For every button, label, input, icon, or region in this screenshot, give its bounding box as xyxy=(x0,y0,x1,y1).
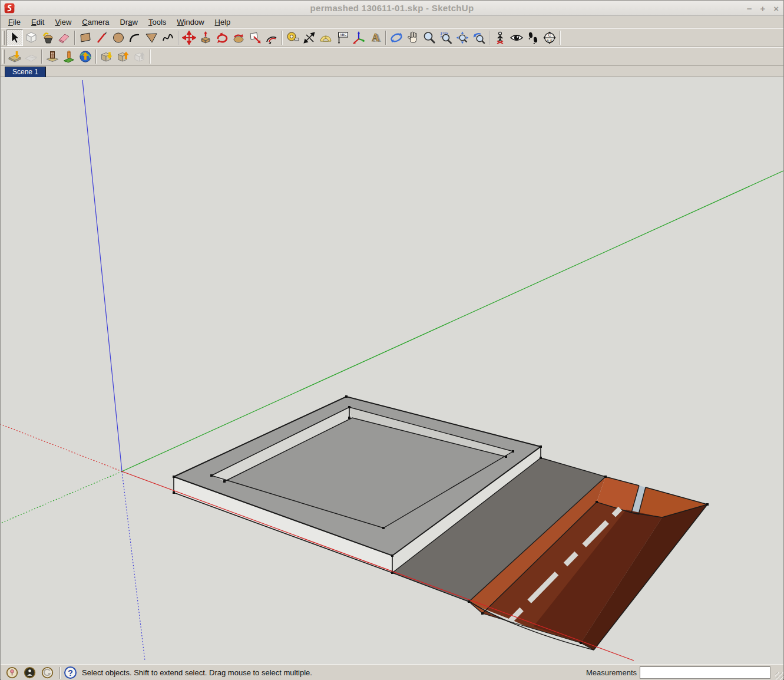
eraser-tool-button[interactable] xyxy=(56,29,72,46)
vertex-dot xyxy=(223,480,226,483)
resize-grip[interactable] xyxy=(775,672,783,680)
circle-tool-button[interactable] xyxy=(110,29,127,46)
text3d-tool-button[interactable]: AA xyxy=(367,29,383,46)
protractor-tool-button[interactable] xyxy=(317,29,334,46)
scene-tab[interactable]: Scene 1 xyxy=(5,67,46,77)
offset-tool-button[interactable] xyxy=(263,29,280,46)
rotate-tool-button[interactable] xyxy=(214,29,230,46)
gearth-tool-button[interactable] xyxy=(77,48,94,65)
select-tool-button[interactable] xyxy=(6,29,23,46)
offset-icon xyxy=(264,31,279,45)
arc-icon xyxy=(128,31,142,45)
polygon-tool-button[interactable] xyxy=(143,29,160,46)
freehand-tool-button[interactable] xyxy=(160,29,176,46)
menu-draw[interactable]: Draw xyxy=(115,16,143,28)
phototex-tool-button[interactable] xyxy=(44,48,61,65)
look-tool-button[interactable] xyxy=(508,29,525,46)
move-icon xyxy=(182,31,196,45)
svg-text:C: C xyxy=(548,33,551,37)
zoomprev-tool-button[interactable] xyxy=(471,29,487,46)
model-canvas[interactable] xyxy=(1,77,783,664)
status-icons xyxy=(1,666,54,679)
zoom-tool-button[interactable] xyxy=(421,29,438,46)
rotate-icon xyxy=(215,31,229,45)
vertex-dot xyxy=(391,572,393,574)
protractor-icon xyxy=(319,31,333,45)
addloc-icon xyxy=(8,49,22,64)
paint-tool-button[interactable] xyxy=(39,29,56,46)
vertex-dot xyxy=(391,554,393,557)
arc-tool-button[interactable] xyxy=(127,29,143,46)
toolbar-google xyxy=(1,47,783,66)
vertex-dot xyxy=(348,417,350,419)
blue-axis-solid xyxy=(82,80,122,471)
building-tool-button[interactable] xyxy=(61,48,77,65)
menu-tools[interactable]: Tools xyxy=(143,16,171,28)
sharemodel-tool-button[interactable] xyxy=(115,48,131,65)
component-icon xyxy=(24,31,38,45)
credit-status-icon[interactable] xyxy=(24,666,36,679)
vertex-dot xyxy=(348,406,350,408)
menu-file[interactable]: File xyxy=(3,16,26,28)
vertex-dot xyxy=(505,455,507,458)
signin-status-icon[interactable] xyxy=(41,666,54,679)
status-hint-text: Select objects. Shift to extend select. … xyxy=(82,668,312,677)
addloc-tool-button[interactable] xyxy=(6,48,23,65)
menu-camera[interactable]: Camera xyxy=(77,16,114,28)
rectangle-tool-button[interactable] xyxy=(77,29,94,46)
poscam-tool-button[interactable] xyxy=(492,29,508,46)
vertex-dot xyxy=(210,474,213,477)
component-tool-button[interactable] xyxy=(23,29,39,46)
toolbar-grip[interactable] xyxy=(2,49,5,64)
terrain-icon xyxy=(24,49,38,64)
credit-status-icon xyxy=(24,666,36,679)
freehand-icon xyxy=(161,31,175,45)
pan-tool-button[interactable] xyxy=(405,29,421,46)
statusbar-separator xyxy=(59,667,61,679)
getmodels-icon xyxy=(100,49,114,64)
measurements-input[interactable] xyxy=(640,666,770,679)
pan-icon xyxy=(406,31,420,45)
vertex-dot xyxy=(604,476,607,478)
dimension-tool-button[interactable] xyxy=(301,29,317,46)
zoomext-tool-button[interactable] xyxy=(454,29,471,46)
text-tool-button[interactable]: ABC xyxy=(334,29,350,46)
line-tool-button[interactable] xyxy=(94,29,110,46)
pushpull-tool-button[interactable] xyxy=(197,29,214,46)
look-icon xyxy=(510,31,524,45)
move-tool-button[interactable] xyxy=(181,29,197,46)
toolbar-grip[interactable] xyxy=(2,31,5,45)
statusbar: ? Select objects. Shift to extend select… xyxy=(1,664,783,680)
geolocation-status-icon[interactable] xyxy=(6,666,18,679)
zoomwin-tool-button[interactable] xyxy=(438,29,454,46)
red-axis-dotted xyxy=(1,424,122,471)
vertex-dot xyxy=(512,450,514,453)
minimize-button[interactable]: − xyxy=(747,4,752,13)
svg-text:ABC: ABC xyxy=(340,33,347,37)
menu-window[interactable]: Window xyxy=(171,16,209,28)
tape-tool-button[interactable] xyxy=(285,29,301,46)
menu-view[interactable]: View xyxy=(49,16,77,28)
menu-help[interactable]: Help xyxy=(210,16,236,28)
getmodels-tool-button[interactable] xyxy=(98,48,115,65)
titlebar: permashed 130611-01.skp - SketchUp −+× xyxy=(1,1,783,16)
axes-tool-button[interactable] xyxy=(350,29,367,46)
walk-tool-button[interactable] xyxy=(525,29,541,46)
vertex-dot xyxy=(382,527,385,529)
svg-text:A: A xyxy=(372,32,379,44)
orbit-tool-button[interactable] xyxy=(388,29,405,46)
sharemodel-icon xyxy=(116,49,130,64)
help-icon[interactable]: ? xyxy=(64,666,77,679)
vertex-dot xyxy=(345,395,348,398)
compass-tool-button[interactable]: CA-S xyxy=(541,29,558,46)
close-button[interactable]: × xyxy=(773,4,779,13)
vertex-dot xyxy=(468,600,470,603)
orbit-icon xyxy=(389,31,403,45)
menu-edit[interactable]: Edit xyxy=(26,16,49,28)
vertex-dot xyxy=(540,445,542,448)
followme-tool-button[interactable] xyxy=(230,29,247,46)
compass-icon: CA-S xyxy=(542,31,557,45)
viewport-3d[interactable] xyxy=(1,77,783,664)
scale-tool-button[interactable] xyxy=(247,29,263,46)
maximize-button[interactable]: + xyxy=(760,4,765,13)
